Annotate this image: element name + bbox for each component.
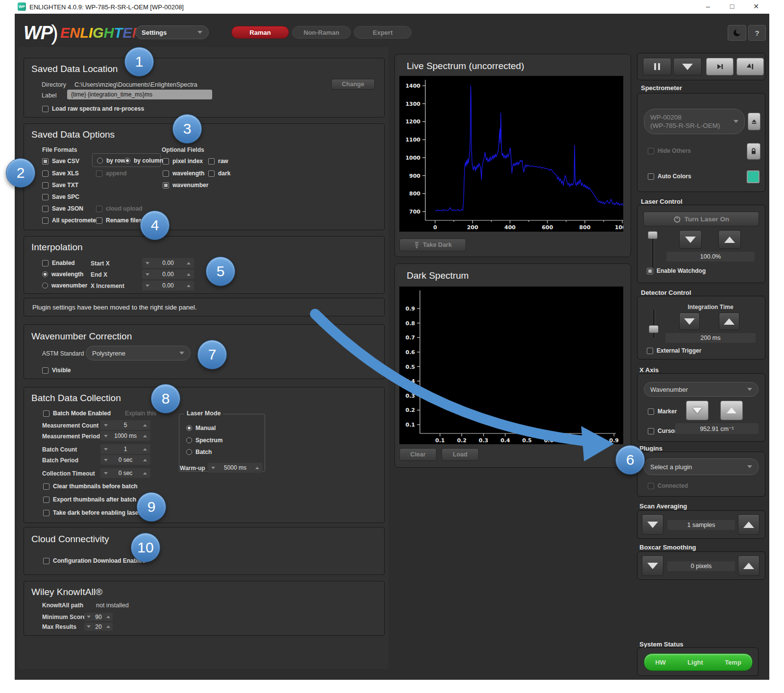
start-x-spinner[interactable]: 0.00 — [142, 258, 194, 268]
spin-up-icon[interactable] — [187, 262, 191, 264]
plugin-dropdown[interactable]: Select a plugin — [644, 458, 759, 475]
by-column-radio[interactable] — [124, 158, 130, 164]
spin-up-icon[interactable] — [106, 625, 110, 628]
batch-mode-checkbox[interactable] — [43, 410, 49, 417]
x-increment-spinner[interactable]: 0.00 — [142, 281, 194, 290]
spin-down-icon[interactable] — [104, 448, 108, 451]
integration-down-button[interactable] — [679, 312, 700, 330]
clear-dark-button[interactable]: Clear — [399, 448, 437, 461]
save-spc-checkbox[interactable] — [42, 194, 49, 200]
end-x-spinner[interactable]: 0.00 — [142, 269, 194, 279]
dark-checkbox[interactable] — [208, 170, 215, 177]
spin-up-icon[interactable] — [143, 448, 147, 451]
spin-down-icon[interactable] — [146, 262, 149, 264]
maximize-button[interactable]: □ — [721, 0, 743, 14]
spin-down-icon[interactable] — [146, 273, 149, 276]
laser-power-up-button[interactable] — [718, 230, 741, 249]
interp-wavelength-radio[interactable] — [42, 271, 48, 277]
help-button[interactable]: ? — [748, 25, 766, 41]
spectrometer-dropdown[interactable]: WP-00208 (WP-785-R-SR-L-OEM) — [644, 109, 745, 134]
rename-files-checkbox[interactable] — [96, 217, 102, 224]
append-checkbox[interactable] — [96, 170, 102, 177]
spin-down-icon[interactable] — [87, 616, 91, 618]
batch-period-spinner[interactable]: 0 sec — [100, 455, 150, 465]
warmup-spinner[interactable]: 5000 ms — [208, 463, 263, 473]
laser-power-down-button[interactable] — [679, 230, 702, 249]
laser-power-slider-thumb[interactable] — [648, 231, 658, 239]
spin-down-icon[interactable] — [104, 424, 108, 427]
step-save-button[interactable] — [736, 58, 764, 75]
integration-up-button[interactable] — [719, 312, 739, 330]
wavelength-checkbox[interactable] — [163, 170, 169, 177]
all-spectrometers-checkbox[interactable] — [42, 217, 49, 224]
save-txt-checkbox[interactable] — [42, 182, 49, 189]
raw-checkbox[interactable] — [208, 158, 215, 165]
spin-down-icon[interactable] — [211, 467, 215, 469]
wavenumber-checkbox[interactable] — [163, 182, 169, 189]
laser-mode-manual-radio[interactable] — [186, 425, 192, 431]
interp-wavenumber-radio[interactable] — [42, 283, 48, 288]
take-dark-before-checkbox[interactable] — [43, 510, 49, 516]
tab-non-raman[interactable]: Non-Raman — [292, 26, 351, 39]
cloud-upload-checkbox[interactable] — [96, 206, 102, 212]
astm-standard-dropdown[interactable]: Polystyrene — [86, 346, 191, 360]
eject-spectrometer-button[interactable] — [748, 113, 760, 130]
batch-count-spinner[interactable]: 1 — [100, 444, 150, 454]
interp-enabled-checkbox[interactable] — [42, 260, 49, 266]
integration-slider-track[interactable] — [652, 309, 655, 339]
pause-button[interactable] — [643, 58, 671, 75]
plugin-connected-checkbox[interactable] — [648, 483, 654, 489]
min-score-spinner[interactable]: 90 — [84, 613, 113, 621]
lock-button[interactable] — [747, 143, 760, 160]
trace-color-swatch[interactable] — [747, 170, 760, 183]
spin-up-icon[interactable] — [143, 435, 147, 437]
view-dropdown[interactable]: Settings — [135, 25, 209, 39]
label-input[interactable]: {time} {integration_time_ms}ms — [67, 90, 212, 99]
load-raw-checkbox[interactable] — [42, 106, 49, 112]
spin-up-icon[interactable] — [187, 273, 191, 276]
visible-checkbox[interactable] — [42, 367, 49, 374]
boxcar-down-button[interactable] — [642, 555, 663, 576]
clear-thumbnails-checkbox[interactable] — [43, 483, 49, 490]
pixel-index-checkbox[interactable] — [163, 158, 169, 165]
integration-slider-thumb[interactable] — [649, 325, 659, 333]
save-json-checkbox[interactable] — [42, 206, 49, 212]
by-row-radio[interactable] — [97, 158, 103, 164]
scan-averaging-down-button[interactable] — [642, 514, 663, 535]
auto-colors-checkbox[interactable] — [648, 173, 654, 180]
explain-this-link[interactable]: Explain this — [125, 410, 156, 417]
max-results-spinner[interactable]: 20 — [84, 622, 113, 631]
hide-others-checkbox[interactable] — [648, 148, 654, 154]
spin-down-icon[interactable] — [104, 459, 108, 461]
spin-up-icon[interactable] — [143, 459, 147, 461]
spin-up-icon[interactable] — [143, 472, 147, 475]
take-dark-button[interactable]: Take Dark — [399, 239, 466, 251]
spin-up-icon[interactable] — [106, 616, 110, 618]
step-forward-button[interactable] — [706, 58, 734, 75]
laser-mode-batch-radio[interactable] — [186, 449, 192, 455]
spin-up-icon[interactable] — [143, 424, 147, 427]
save-xls-checkbox[interactable] — [42, 170, 49, 177]
measurement-count-spinner[interactable]: 5 — [100, 420, 150, 430]
save-csv-checkbox[interactable] — [42, 158, 49, 165]
save-spectrum-button[interactable] — [673, 58, 702, 75]
watchdog-checkbox[interactable] — [647, 268, 653, 274]
spin-up-icon[interactable] — [187, 285, 191, 287]
scan-averaging-up-button[interactable] — [738, 514, 760, 535]
cursor-checkbox[interactable] — [648, 428, 654, 434]
change-directory-button[interactable]: Change — [331, 79, 375, 90]
laser-mode-spectrum-radio[interactable] — [186, 437, 192, 443]
tab-expert[interactable]: Expert — [354, 26, 412, 39]
spin-down-icon[interactable] — [104, 472, 108, 475]
turn-laser-on-button[interactable]: Turn Laser On — [643, 212, 759, 226]
config-download-checkbox[interactable] — [43, 558, 49, 564]
dark-mode-button[interactable] — [728, 25, 746, 41]
marker-next-button[interactable] — [720, 401, 743, 420]
collection-timeout-spinner[interactable]: 0 sec — [100, 468, 150, 478]
marker-checkbox[interactable] — [648, 408, 654, 415]
close-button[interactable]: ✕ — [745, 0, 767, 14]
x-axis-dropdown[interactable]: Wavenumber — [644, 382, 759, 397]
external-trigger-checkbox[interactable] — [647, 348, 653, 354]
export-thumbnails-checkbox[interactable] — [43, 497, 49, 503]
tab-raman[interactable]: Raman — [231, 26, 289, 39]
